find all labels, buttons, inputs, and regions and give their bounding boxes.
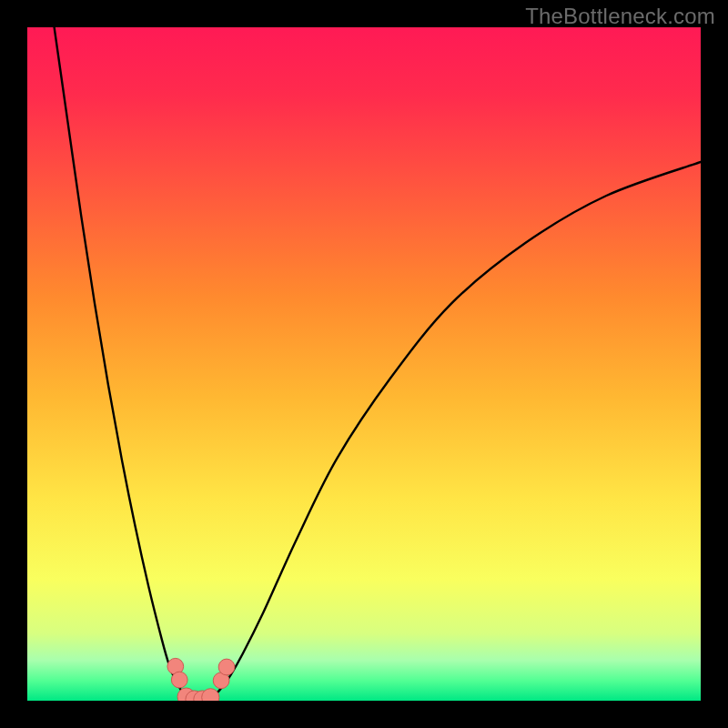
plot-area: [27, 27, 701, 701]
data-bead: [171, 672, 187, 688]
bottleneck-curve-chart: [27, 27, 701, 701]
watermark-text: TheBottleneck.com: [525, 4, 715, 29]
chart-frame: TheBottleneck.com: [0, 0, 728, 728]
data-bead: [218, 659, 235, 675]
gradient-background: [27, 27, 701, 701]
